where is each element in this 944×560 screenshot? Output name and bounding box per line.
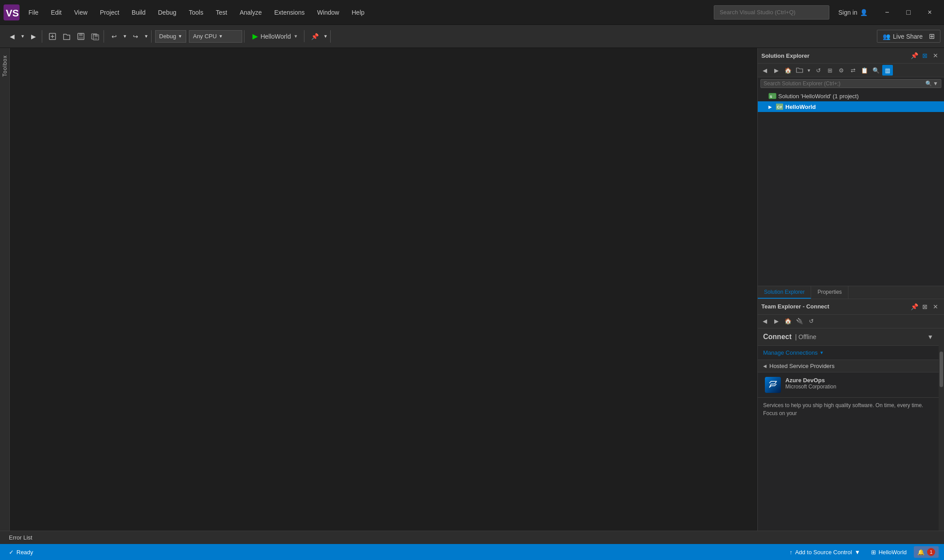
- svg-rect-11: [95, 35, 98, 37]
- te-refresh-button[interactable]: ↺: [806, 316, 816, 327]
- menu-extensions[interactable]: Extensions: [269, 6, 310, 19]
- toolbox-sidebar[interactable]: Toolbox: [0, 48, 10, 531]
- se-forward-button[interactable]: ▶: [771, 65, 782, 76]
- run-dropdown-arrow: ▼: [293, 34, 298, 39]
- solution-explorer-header-icons: 📌 ⊠ ✕: [909, 51, 940, 60]
- se-folder-dropdown-button[interactable]: ▼: [806, 65, 812, 76]
- se-back-button[interactable]: ◀: [760, 65, 770, 76]
- solution-node[interactable]: S Solution 'HelloWorld' (1 project): [758, 91, 944, 101]
- menu-file[interactable]: File: [23, 6, 44, 19]
- sign-in-label: Sign in: [838, 9, 857, 16]
- te-scrollbar-thumb[interactable]: [940, 352, 943, 387]
- menu-debug[interactable]: Debug: [153, 6, 182, 19]
- pin-window-button[interactable]: 📌: [909, 51, 919, 60]
- project-status-item[interactable]: ⊞ HelloWorld: [868, 547, 910, 557]
- menu-analyze[interactable]: Analyze: [234, 6, 267, 19]
- redo-button[interactable]: ↪: [129, 30, 142, 43]
- solution-explorer-search-input[interactable]: [764, 80, 925, 87]
- se-filter-button[interactable]: ▥: [882, 65, 893, 76]
- live-share-label: Live Share: [893, 33, 923, 40]
- connect-title: Connect: [763, 333, 792, 341]
- pin-dropdown-button[interactable]: ▼: [322, 30, 328, 43]
- menu-help[interactable]: Help: [346, 6, 370, 19]
- toolbox-label[interactable]: Toolbox: [1, 52, 9, 80]
- editor-area[interactable]: [10, 48, 757, 531]
- save-all-button[interactable]: [88, 30, 102, 43]
- solution-explorer-tree[interactable]: S Solution 'HelloWorld' (1 project) ▶ C#…: [758, 90, 944, 286]
- title-bar-right: Sign in 👤 − □ ×: [714, 4, 940, 20]
- menu-build[interactable]: Build: [126, 6, 151, 19]
- menu-window[interactable]: Window: [312, 6, 344, 19]
- te-scrollbar-track[interactable]: [939, 328, 944, 531]
- pin-panel-button[interactable]: 📌: [308, 30, 321, 43]
- se-properties-button[interactable]: ⚙: [836, 65, 847, 76]
- te-forward-button[interactable]: ▶: [771, 316, 782, 327]
- menu-view[interactable]: View: [69, 6, 93, 19]
- azure-devops-item[interactable]: Azure DevOps Microsoft Corporation: [758, 372, 939, 398]
- error-list-tab[interactable]: Error List: [5, 532, 36, 543]
- status-ready[interactable]: ✓ Ready: [5, 547, 37, 557]
- back-dropdown-button[interactable]: ▼: [20, 30, 26, 43]
- tab-solution-explorer[interactable]: Solution Explorer: [758, 286, 811, 299]
- build-config-dropdown[interactable]: Debug ▼: [155, 30, 186, 43]
- azure-devops-info: Azure DevOps Microsoft Corporation: [785, 377, 932, 390]
- manage-connections-label: Manage Connections: [763, 349, 818, 356]
- solution-explorer-panel: Solution Explorer 📌 ⊠ ✕ ◀ ▶ 🏠 ▼ ↺: [758, 48, 944, 299]
- maximize-button[interactable]: □: [898, 4, 919, 20]
- back-button[interactable]: ◀: [5, 30, 19, 43]
- forward-button[interactable]: ▶: [27, 30, 40, 43]
- manage-connections-button[interactable]: Manage Connections ▼: [758, 346, 939, 360]
- project-node[interactable]: ▶ C# HelloWorld: [758, 101, 944, 112]
- search-options-icon[interactable]: ▼: [933, 80, 938, 87]
- te-back-button[interactable]: ◀: [760, 316, 770, 327]
- sign-in-button[interactable]: Sign in 👤: [835, 7, 871, 18]
- auto-hide-button[interactable]: ⊠: [920, 51, 930, 60]
- te-home-button[interactable]: 🏠: [783, 316, 793, 327]
- te-pin-window-button[interactable]: 📌: [909, 302, 919, 312]
- se-collapse-button[interactable]: ⊞: [824, 65, 835, 76]
- se-refresh-button[interactable]: ↺: [813, 65, 824, 76]
- menu-test[interactable]: Test: [210, 6, 232, 19]
- toolbar: ◀ ▼ ▶: [0, 25, 944, 48]
- add-source-control-button[interactable]: ↑ Add to Source Control ▼: [786, 547, 864, 557]
- undo-dropdown-button[interactable]: ▼: [122, 30, 128, 43]
- live-share-button[interactable]: 👥 Live Share ⊞: [877, 30, 940, 43]
- team-explorer-content[interactable]: Connect | Offline ▼ Manage Connections ▼…: [758, 328, 939, 531]
- se-home-button[interactable]: 🏠: [783, 65, 793, 76]
- project-expand-icon: ▶: [768, 104, 776, 109]
- status-bar: ✓ Ready ↑ Add to Source Control ▼ ⊞ Hell…: [0, 544, 944, 560]
- te-close-button[interactable]: ✕: [931, 302, 940, 312]
- menu-edit[interactable]: Edit: [46, 6, 67, 19]
- minimize-button[interactable]: −: [876, 4, 898, 20]
- se-scope-button[interactable]: 🔍: [871, 65, 881, 76]
- close-panel-button[interactable]: ✕: [931, 51, 940, 60]
- undo-button[interactable]: ↩: [108, 30, 121, 43]
- tab-properties[interactable]: Properties: [811, 286, 848, 299]
- se-folder-button[interactable]: [794, 65, 805, 76]
- toolbar-config-group: Debug ▼ Any CPU ▼: [153, 30, 244, 43]
- ready-label: Ready: [16, 549, 33, 556]
- hosted-services-header[interactable]: ◀ Hosted Service Providers: [758, 360, 939, 372]
- solution-label: Solution 'HelloWorld' (1 project): [778, 93, 859, 100]
- se-copy-button[interactable]: 📋: [859, 65, 870, 76]
- close-button[interactable]: ×: [919, 4, 940, 20]
- te-auto-hide-button[interactable]: ⊠: [920, 302, 930, 312]
- te-plug-button[interactable]: 🔌: [794, 316, 805, 327]
- global-search-input[interactable]: [714, 5, 829, 20]
- another-icon: ⊞: [929, 32, 935, 40]
- project-status-label: HelloWorld: [879, 549, 907, 556]
- new-project-button[interactable]: [46, 30, 59, 43]
- save-button[interactable]: [74, 30, 88, 43]
- open-file-button[interactable]: [60, 30, 73, 43]
- solution-explorer-title: Solution Explorer: [761, 52, 909, 59]
- run-label: HelloWorld: [260, 33, 291, 40]
- run-button[interactable]: ▶ HelloWorld ▼: [248, 30, 302, 42]
- menu-tools[interactable]: Tools: [184, 6, 209, 19]
- error-status-item[interactable]: 🔔 1: [914, 546, 939, 558]
- platform-config-dropdown[interactable]: Any CPU ▼: [189, 30, 242, 43]
- connect-dropdown-button[interactable]: ▼: [927, 333, 933, 340]
- menu-project[interactable]: Project: [95, 6, 125, 19]
- se-sync-button[interactable]: ⇄: [848, 65, 858, 76]
- redo-dropdown-button[interactable]: ▼: [143, 30, 149, 43]
- menu-bar: File Edit View Project Build Debug Tools…: [23, 6, 370, 19]
